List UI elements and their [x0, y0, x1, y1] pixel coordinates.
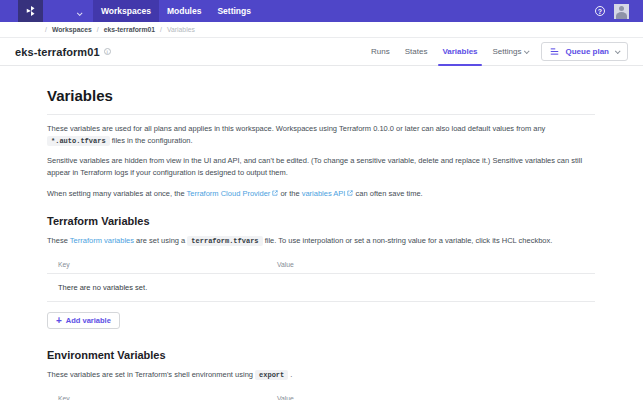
external-link-icon	[347, 188, 353, 200]
page-title: Variables	[47, 87, 595, 115]
workspace-tabs: Runs States Variables Settings	[371, 47, 528, 56]
intro-paragraph-3: When setting many variables at once, the…	[47, 188, 595, 200]
nav-item-settings[interactable]: Settings	[209, 0, 259, 22]
breadcrumb: / Workspaces / eks-terraform01 / Variabl…	[0, 22, 643, 38]
table-header-row: Key Value	[47, 391, 595, 400]
intro-paragraph-1: These variables are used for all plans a…	[47, 123, 595, 146]
user-avatar[interactable]	[614, 4, 629, 19]
inline-code: *.auto.tfvars	[47, 136, 110, 146]
column-header-key: Key	[47, 261, 277, 268]
tab-states[interactable]: States	[405, 47, 428, 56]
terraform-logo-glyph	[25, 5, 37, 17]
primary-nav: Workspaces Modules Settings	[93, 0, 259, 22]
terraform-variables-section: Terraform Variables These Terraform vari…	[47, 215, 595, 329]
breadcrumb-current-page: Variables	[167, 26, 195, 33]
inline-link[interactable]: variables API	[302, 189, 354, 198]
workspace-header: eks-terraform01 i Runs States Variables …	[0, 38, 643, 66]
breadcrumb-workspaces[interactable]: Workspaces	[52, 26, 92, 33]
queue-plan-button[interactable]: Queue plan	[541, 42, 628, 61]
terraform-variables-heading: Terraform Variables	[47, 215, 595, 227]
column-header-value: Value	[277, 395, 569, 400]
tab-variables[interactable]: Variables	[442, 47, 477, 56]
queue-list-icon	[550, 47, 559, 56]
column-header-key: Key	[47, 395, 277, 400]
breadcrumb-separator: /	[97, 26, 99, 33]
org-switcher-chevron-icon[interactable]	[77, 2, 81, 20]
workspace-title: eks-terraform01	[15, 46, 100, 58]
nav-item-modules[interactable]: Modules	[159, 0, 209, 22]
chevron-down-icon	[615, 48, 621, 54]
queue-plan-label: Queue plan	[565, 47, 609, 56]
external-link-icon	[272, 188, 278, 200]
inline-code: export	[255, 370, 288, 380]
chevron-down-icon	[524, 48, 530, 54]
info-icon[interactable]: i	[104, 48, 111, 55]
environment-variables-table: Key Value CONFIRM_DESTROY 1 ···	[47, 391, 595, 400]
inline-code: terraform.tfvars	[187, 236, 262, 246]
breadcrumb-separator: /	[45, 26, 47, 33]
intro-paragraph-2: Sensitive variables are hidden from view…	[47, 155, 595, 178]
breadcrumb-separator: /	[160, 26, 162, 33]
help-icon[interactable]: ?	[595, 6, 605, 16]
environment-variables-section: Environment Variables These variables ar…	[47, 349, 595, 400]
environment-variables-heading: Environment Variables	[47, 349, 595, 361]
tab-runs[interactable]: Runs	[371, 47, 390, 56]
table-header-row: Key Value	[47, 257, 595, 274]
column-header-value: Value	[277, 261, 569, 268]
nav-item-workspaces[interactable]: Workspaces	[93, 0, 159, 22]
empty-state-message: There are no variables set.	[47, 274, 595, 302]
inline-link[interactable]: Terraform variables	[70, 236, 134, 245]
environment-variables-description: These variables are set in Terraform's s…	[47, 369, 595, 381]
plus-icon: +	[56, 316, 62, 326]
add-terraform-variable-button[interactable]: + Add variable	[47, 312, 120, 329]
main-content: Variables These variables are used for a…	[0, 87, 643, 400]
breadcrumb-workspace-name[interactable]: eks-terraform01	[104, 26, 155, 33]
terraform-logo[interactable]	[18, 0, 43, 22]
terraform-variables-table: Key Value There are no variables set.	[47, 257, 595, 302]
terraform-variables-description: These Terraform variables are set using …	[47, 235, 595, 247]
tab-settings[interactable]: Settings	[493, 47, 529, 56]
top-navigation-bar: Workspaces Modules Settings ?	[0, 0, 643, 22]
inline-link[interactable]: Terraform Cloud Provider	[187, 189, 279, 198]
